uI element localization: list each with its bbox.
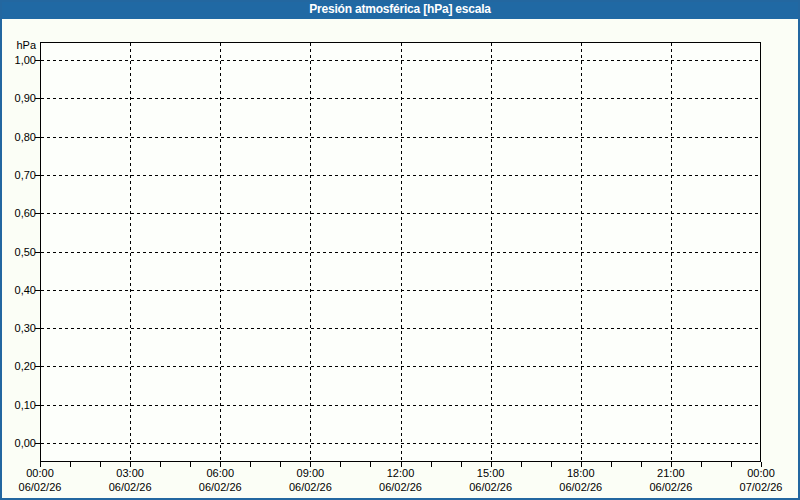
chart-title-bar: Presión atmosférica [hPa] escala bbox=[0, 0, 800, 19]
x-axis-time-label: 03:00 bbox=[95, 467, 165, 479]
y-axis-tick-label: 0,50 bbox=[0, 246, 36, 258]
x-axis-date-label: 06/02/26 bbox=[456, 481, 526, 493]
x-axis-date-label: 06/02/26 bbox=[5, 481, 75, 493]
x-axis-time-label: 12:00 bbox=[366, 467, 436, 479]
chart-window: Presión atmosférica [hPa] escala hPa 1,0… bbox=[0, 0, 800, 500]
x-axis-time-label: 00:00 bbox=[5, 467, 75, 479]
y-axis-tick-label: 0,60 bbox=[0, 207, 36, 219]
v-gridline bbox=[491, 43, 492, 461]
x-axis-date-label: 06/02/26 bbox=[636, 481, 706, 493]
v-gridline bbox=[671, 43, 672, 461]
y-axis-tick-label: 0,30 bbox=[0, 322, 36, 334]
x-axis-time-label: 06:00 bbox=[185, 467, 255, 479]
y-axis-tick-label: 0,10 bbox=[0, 399, 36, 411]
v-gridline bbox=[220, 43, 221, 461]
x-axis-date-label: 06/02/26 bbox=[275, 481, 345, 493]
v-gridline bbox=[401, 43, 402, 461]
v-gridline bbox=[310, 43, 311, 461]
plot-area bbox=[40, 42, 761, 462]
y-axis-unit-label: hPa bbox=[0, 39, 36, 51]
y-axis-tick-label: 0,90 bbox=[0, 92, 36, 104]
v-gridline bbox=[581, 43, 582, 461]
x-axis-time-label: 18:00 bbox=[546, 467, 616, 479]
x-axis-date-label: 06/02/26 bbox=[95, 481, 165, 493]
y-axis-tick-label: 0,00 bbox=[0, 437, 36, 449]
x-axis-date-label: 06/02/26 bbox=[185, 481, 255, 493]
y-axis-tick-label: 0,40 bbox=[0, 284, 36, 296]
x-axis-time-label: 21:00 bbox=[636, 467, 706, 479]
y-axis-tick-label: 0,70 bbox=[0, 169, 36, 181]
x-axis-date-label: 06/02/26 bbox=[546, 481, 616, 493]
chart-title: Presión atmosférica [hPa] escala bbox=[309, 2, 491, 16]
x-axis-date-label: 07/02/26 bbox=[726, 481, 796, 493]
x-axis-time-label: 09:00 bbox=[275, 467, 345, 479]
y-axis-tick-label: 0,20 bbox=[0, 360, 36, 372]
y-axis-tick-label: 1,00 bbox=[0, 54, 36, 66]
v-gridline bbox=[130, 43, 131, 461]
x-axis-time-label: 15:00 bbox=[456, 467, 526, 479]
x-axis-time-label: 00:00 bbox=[726, 467, 796, 479]
x-axis-date-label: 06/02/26 bbox=[366, 481, 436, 493]
y-axis-tick-label: 0,80 bbox=[0, 131, 36, 143]
